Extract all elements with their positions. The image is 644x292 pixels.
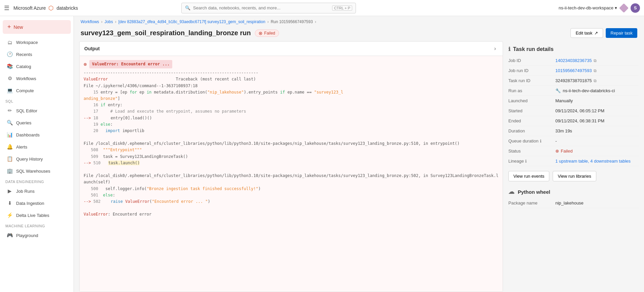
queue-duration-row: Queue duration ℹ - (508, 136, 639, 146)
launched-value: Manually (555, 98, 639, 103)
view-run-libraries-button[interactable]: View run libraries (553, 171, 596, 181)
sidebar-item-catalog[interactable]: 📚 Catalog (1, 61, 72, 72)
sidebar-item-sql-editor[interactable]: ✏ SQL Editor (1, 105, 72, 116)
run-as-label: Run as (508, 88, 555, 93)
sidebar-item-label: Delta Live Tables (16, 213, 49, 218)
copy-task-run-id-icon[interactable]: ⧉ (594, 78, 597, 83)
new-button[interactable]: + New (3, 20, 71, 34)
search-input[interactable] (193, 5, 329, 10)
lineage-row: Lineage ℹ 1 upstream table, 4 downstream… (508, 156, 639, 166)
sidebar-item-workflows[interactable]: ⚙ Workflows (1, 73, 72, 84)
sidebar-item-dashboards[interactable]: 📊 Dashboards (1, 129, 72, 140)
error-banner-text: ValueError: Encounterd error ... (89, 60, 172, 68)
details-header: ℹ Task run details (508, 41, 639, 56)
job-run-id-label: Job run ID (508, 68, 555, 73)
external-link-icon: ↗ (594, 31, 598, 36)
avatar[interactable]: S (631, 3, 640, 13)
sidebar-item-label: Catalog (16, 64, 31, 69)
copy-job-id-icon[interactable]: ⧉ (594, 58, 597, 63)
recents-icon: 🕐 (7, 51, 13, 57)
sidebar-item-alerts[interactable]: 🔔 Alerts (1, 141, 72, 153)
view-run-events-button[interactable]: View run events (508, 171, 549, 181)
started-row: Started 09/11/2024, 06:05:12 PM (508, 106, 639, 116)
sidebar-item-queries[interactable]: 🔍 Queries (1, 117, 72, 128)
sidebar-item-label: Workflows (16, 76, 36, 81)
sidebar-item-label: Job Runs (16, 189, 35, 194)
app-layout: + New 🗂 Workspace 🕐 Recents 📚 Catalog ⚙ … (0, 16, 644, 292)
package-name-label: Package name (508, 200, 555, 206)
sidebar-item-label: Queries (16, 120, 32, 125)
databricks-label: databricks (56, 5, 78, 11)
ended-value: 09/11/2024, 06:38:31 PM (555, 118, 639, 123)
new-button-label: New (14, 24, 23, 30)
topnav: ☰ Microsoft Azure ⬡ databricks 🔍 CTRL + … (0, 0, 644, 16)
copy-job-run-id-icon[interactable]: ⧉ (594, 68, 597, 73)
package-name-value: nip_lakehouse (555, 200, 639, 206)
sidebar-item-data-ingestion[interactable]: ⬇ Data Ingestion (1, 197, 72, 209)
sidebar-item-label: Data Ingestion (16, 201, 44, 206)
job-id-label: Job ID (508, 58, 555, 63)
sidebar-item-query-history[interactable]: 📋 Query History (1, 153, 72, 165)
job-id-row: Job ID 140234038236735 ⧉ (508, 56, 639, 66)
catalog-icon: 📚 (7, 63, 13, 69)
cloud-icon: ☁ (508, 188, 514, 195)
topnav-right: ns-ii-tech-dev-db-workspace ▾ S (559, 3, 640, 13)
sidebar-item-label: Alerts (16, 144, 27, 150)
search-icon: 🔍 (185, 5, 190, 10)
sidebar-item-label: SQL Editor (16, 108, 37, 113)
data-ingestion-icon: ⬇ (7, 200, 13, 206)
sql-warehouses-icon: 🏢 (7, 168, 13, 174)
details-title: Task run details (513, 46, 554, 52)
breadcrumb: Workflows › Jobs › [dev 82883a27_dfea_4d… (74, 16, 644, 26)
python-wheel-header: ☁ Python wheel (508, 188, 639, 198)
search-bar[interactable]: 🔍 CTRL + P (181, 3, 356, 13)
run-as-row: Run as 🔧 ns-ii-tech-dev-databricks-ci (508, 86, 639, 96)
status-value: ⊗ Failed (555, 149, 639, 154)
task-run-id-row: Task run ID 324928738701875 ⧉ (508, 76, 639, 86)
breadcrumb-job-name[interactable]: [dev 82883a27_dfea_4d94_b18c_93aedbc6717… (118, 19, 265, 24)
workflows-icon: ⚙ (7, 75, 13, 81)
code-block: ----------------------------------------… (84, 70, 499, 218)
service-icon: 🔧 (555, 88, 561, 93)
sidebar-item-delta-live-tables[interactable]: ⚡ Delta Live Tables (1, 210, 72, 221)
job-run-id-link[interactable]: 101595667497593 (555, 68, 592, 73)
sidebar-item-compute[interactable]: 💻 Compute (1, 85, 72, 96)
output-title: Output (84, 46, 100, 51)
repair-task-button[interactable]: Repair task (606, 28, 637, 38)
sidebar-item-label: Dashboards (16, 132, 40, 137)
started-label: Started (508, 108, 555, 113)
details-buttons: View run events View run libraries (508, 166, 639, 185)
queue-duration-label: Queue duration ℹ (508, 138, 555, 143)
job-run-id-value: 101595667497593 ⧉ (555, 68, 639, 73)
sidebar-item-playground[interactable]: 🎮 Playground (1, 230, 72, 241)
status-badge: ⊗ Failed (255, 30, 279, 37)
sidebar: + New 🗂 Workspace 🕐 Recents 📚 Catalog ⚙ … (0, 16, 74, 292)
sidebar-item-sql-warehouses[interactable]: 🏢 SQL Warehouses (1, 165, 72, 177)
sidebar-item-recents[interactable]: 🕐 Recents (1, 49, 72, 60)
breadcrumb-workflows[interactable]: Workflows (81, 19, 99, 24)
breadcrumb-run: Run 101595667497593 (271, 19, 313, 24)
sidebar-item-label: SQL Warehouses (16, 169, 50, 174)
sidebar-item-label: Workspace (16, 40, 38, 45)
launched-label: Launched (508, 98, 555, 103)
chevron-down-icon: ▾ (615, 5, 617, 10)
task-run-id-label: Task run ID (508, 78, 555, 83)
sidebar-item-job-runs[interactable]: ▶ Job Runs (1, 185, 72, 197)
task-run-id-value: 324928738701875 ⧉ (555, 78, 639, 83)
sidebar-item-workspace[interactable]: 🗂 Workspace (1, 37, 72, 48)
job-id-link[interactable]: 140234038236735 (555, 58, 592, 63)
breadcrumb-jobs[interactable]: Jobs (104, 19, 113, 24)
data-engineering-section-label: Data Engineering (0, 177, 74, 185)
sidebar-item-label: Compute (16, 88, 34, 93)
query-history-icon: 📋 (7, 156, 13, 162)
edit-task-button[interactable]: Edit task ↗ (570, 28, 603, 38)
output-toggle-button[interactable]: › (492, 45, 498, 52)
compute-icon: 💻 (7, 87, 13, 94)
python-wheel-section: ☁ Python wheel Package name nip_lakehous… (508, 188, 639, 208)
sidebar-item-label: Query History (16, 157, 43, 162)
output-body: ⊗ ValueError: Encounterd error ... -----… (80, 56, 503, 292)
lineage-link[interactable]: 1 upstream table, 4 downstream tables (555, 159, 631, 164)
sidebar-item-label: Recents (16, 52, 32, 57)
workspace-selector[interactable]: ns-ii-tech-dev-db-workspace ▾ (559, 5, 617, 10)
menu-icon[interactable]: ☰ (4, 4, 9, 12)
